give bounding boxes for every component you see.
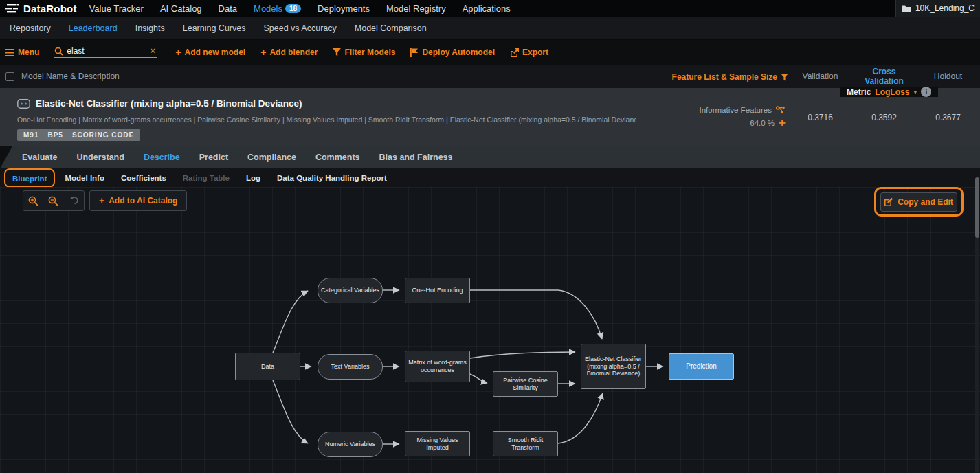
brand-name: DataRobot bbox=[23, 3, 77, 14]
node-numeric-variables[interactable]: Numeric Variables bbox=[318, 432, 383, 457]
menu-icon bbox=[5, 49, 14, 56]
export-button[interactable]: Export bbox=[510, 47, 548, 57]
node-data[interactable]: Data bbox=[235, 353, 300, 380]
edge-matrix-elasticnet bbox=[470, 352, 575, 358]
leaderboard-toolbar: Menu ✕ + Add new model + Add blender bbox=[0, 40, 980, 65]
edge-smoothridit-elasticnet bbox=[558, 393, 603, 443]
top-nav-models[interactable]: Models18 bbox=[254, 3, 301, 14]
model-badges: M91 BP5 SCORING CODE bbox=[17, 129, 140, 141]
model-detail-tabs: Evaluate Understand Describe Predict Com… bbox=[0, 146, 980, 168]
nav-learning-curves[interactable]: Learning Curves bbox=[183, 23, 246, 33]
edge-matrix-pairwise bbox=[470, 374, 487, 383]
tab-understand[interactable]: Understand bbox=[76, 153, 124, 162]
top-nav-model-registry[interactable]: Model Registry bbox=[386, 3, 446, 14]
blueprint-number-badge: BP5 bbox=[47, 131, 63, 139]
add-blender-button[interactable]: + Add blender bbox=[260, 47, 318, 57]
increase-sample-size-icon[interactable]: + bbox=[779, 117, 786, 129]
funnel-icon bbox=[333, 48, 341, 56]
chevron-down-icon: ▾ bbox=[913, 88, 917, 96]
top-nav-value-tracker[interactable]: Value Tracker bbox=[89, 3, 144, 14]
tab-compliance[interactable]: Compliance bbox=[247, 153, 296, 162]
edge-onehot-elasticnet bbox=[470, 290, 602, 339]
blueprint-tab-highlight: Blueprint bbox=[4, 168, 55, 188]
model-robot-icon bbox=[17, 99, 30, 109]
node-one-hot-encoding[interactable]: One-Hot Encoding bbox=[405, 278, 470, 303]
deploy-automodel-button[interactable]: Deploy Automodel bbox=[410, 47, 495, 57]
blueprint-edges bbox=[0, 187, 980, 473]
datarobot-brand[interactable]: DataRobot bbox=[5, 3, 77, 14]
nav-speed-vs-accuracy[interactable]: Speed vs Accuracy bbox=[263, 23, 336, 33]
node-text-variables[interactable]: Text Variables bbox=[318, 354, 383, 380]
metric-selector[interactable]: Metric LogLoss ▾ i bbox=[840, 87, 938, 97]
search-icon bbox=[54, 47, 63, 56]
flag-icon bbox=[410, 48, 419, 57]
model-description: One-Hot Encoding | Matrix of word-grams … bbox=[17, 116, 636, 124]
project-selector[interactable]: 10K_Lending_C bbox=[895, 0, 980, 16]
select-all-checkbox[interactable] bbox=[5, 72, 14, 81]
node-matrix-word-grams[interactable]: Matrix of word-grams occurrences bbox=[405, 351, 470, 382]
subtab-model-info[interactable]: Model Info bbox=[65, 174, 104, 182]
search-input[interactable] bbox=[67, 46, 142, 56]
edge-data-categorical bbox=[273, 291, 308, 353]
node-pairwise-cosine-similarity[interactable]: Pairwise Cosine Similarity bbox=[493, 371, 558, 397]
export-icon bbox=[510, 48, 519, 57]
plus-icon: + bbox=[175, 47, 181, 57]
add-new-model-button[interactable]: + Add new model bbox=[175, 47, 245, 57]
validation-column-header[interactable]: Validation bbox=[788, 72, 852, 81]
datarobot-app: DataRobot Value Tracker AI Catalog Data … bbox=[0, 0, 980, 473]
sample-size-value[interactable]: 64.0 % + bbox=[750, 117, 786, 129]
subtab-log[interactable]: Log bbox=[246, 174, 260, 182]
scrollbar-thumb[interactable] bbox=[975, 177, 979, 238]
info-icon[interactable]: i bbox=[921, 87, 931, 97]
top-nav-ai-catalog[interactable]: AI Catalog bbox=[160, 3, 202, 14]
node-categorical-variables[interactable]: Categorical Variables bbox=[318, 278, 383, 303]
model-number-badge: M91 bbox=[23, 131, 38, 139]
subtab-rating-table: Rating Table bbox=[183, 174, 230, 182]
blueprint-canvas[interactable]: + Add to AI Catalog Copy and Edit bbox=[0, 187, 980, 473]
top-nav-bar: DataRobot Value Tracker AI Catalog Data … bbox=[0, 0, 980, 16]
scrollbar-track[interactable] bbox=[975, 177, 979, 473]
node-smooth-ridit-transform[interactable]: Smooth Ridit Transform bbox=[493, 431, 558, 456]
nav-insights[interactable]: Insights bbox=[135, 23, 165, 33]
top-nav-deployments[interactable]: Deployments bbox=[318, 3, 370, 14]
node-prediction[interactable]: Prediction bbox=[669, 353, 734, 380]
feature-list-value[interactable]: Informative Features bbox=[700, 106, 786, 114]
folder-icon bbox=[902, 5, 911, 12]
models-count-badge: 18 bbox=[285, 4, 301, 13]
leaderboard-header: Model Name & Description Feature List & … bbox=[0, 65, 980, 88]
plus-icon: + bbox=[260, 47, 266, 57]
subtab-blueprint[interactable]: Blueprint bbox=[12, 175, 47, 183]
tab-describe[interactable]: Describe bbox=[144, 153, 180, 162]
nav-leaderboard[interactable]: Leaderboard bbox=[69, 23, 118, 33]
subtab-data-quality-handling-report[interactable]: Data Quality Handling Report bbox=[277, 174, 387, 182]
tab-bias-and-fairness[interactable]: Bias and Fairness bbox=[379, 153, 453, 162]
tab-evaluate[interactable]: Evaluate bbox=[22, 153, 57, 162]
project-name: 10K_Lending_C bbox=[915, 3, 975, 13]
nav-model-comparison[interactable]: Model Comparison bbox=[355, 23, 427, 33]
edge-data-numeric bbox=[273, 380, 308, 443]
tab-comments[interactable]: Comments bbox=[315, 153, 360, 162]
holdout-column-header[interactable]: Holdout bbox=[916, 72, 980, 81]
metric-value[interactable]: LogLoss bbox=[875, 87, 909, 97]
model-search[interactable]: ✕ bbox=[54, 46, 157, 58]
feature-lineage-icon[interactable] bbox=[776, 106, 786, 114]
tab-predict[interactable]: Predict bbox=[199, 153, 228, 162]
cross-validation-score: 0.3592 bbox=[852, 113, 916, 122]
top-nav-applications[interactable]: Applications bbox=[463, 3, 511, 14]
feature-list-column-header[interactable]: Feature List & Sample Size bbox=[644, 72, 788, 82]
top-nav-data[interactable]: Data bbox=[219, 3, 237, 14]
holdout-score: 0.3677 bbox=[916, 113, 980, 122]
clear-search-icon[interactable]: ✕ bbox=[149, 46, 156, 56]
leaderboard-model-row[interactable]: Elastic-Net Classifier (mixing alpha=0.5… bbox=[0, 88, 980, 146]
scoring-code-badge: SCORING CODE bbox=[72, 131, 134, 139]
nav-repository[interactable]: Repository bbox=[10, 23, 51, 33]
filter-models-button[interactable]: Filter Models bbox=[333, 47, 395, 57]
model-title[interactable]: Elastic-Net Classifier (mixing alpha=0.5… bbox=[36, 98, 302, 109]
subtab-coefficients[interactable]: Coefficients bbox=[121, 174, 166, 182]
validation-score: 0.3716 bbox=[788, 113, 852, 122]
node-missing-values-imputed[interactable]: Missing Values Imputed bbox=[405, 431, 470, 456]
node-elastic-net-classifier[interactable]: Elastic-Net Classifier (mixing alpha=0.5… bbox=[581, 344, 646, 389]
cross-validation-column-header[interactable]: Cross Validation bbox=[852, 67, 916, 86]
menu-button[interactable]: Menu bbox=[5, 47, 39, 57]
project-nav: Repository Leaderboard Insights Learning… bbox=[0, 16, 980, 40]
